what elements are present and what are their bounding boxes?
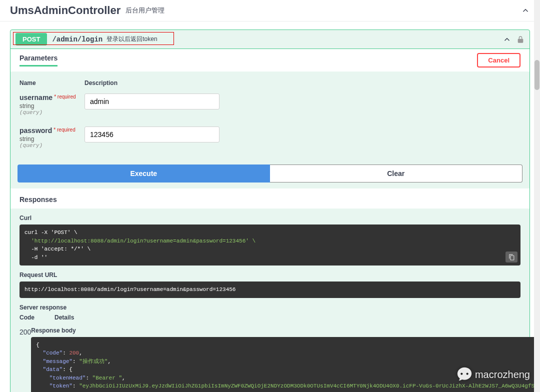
param-in: (query) [20, 142, 84, 148]
tag-description: 后台用户管理 [126, 6, 164, 15]
tag-name: UmsAdminController [10, 4, 120, 17]
tag-header[interactable]: UmsAdminController 后台用户管理 [0, 0, 540, 22]
col-name: Name [20, 80, 84, 86]
chevron-up-icon[interactable] [521, 6, 530, 15]
details-header: Details [54, 314, 74, 321]
required-marker: * required [54, 127, 75, 132]
copy-icon[interactable] [506, 252, 518, 262]
scroll-thumb[interactable] [534, 60, 540, 90]
username-input[interactable] [84, 94, 220, 110]
status-code: 200 [20, 327, 31, 392]
col-description: Description [84, 80, 520, 86]
param-name: username [20, 94, 52, 102]
required-marker: * required [54, 94, 76, 100]
code-header: Code [20, 314, 54, 321]
clear-button[interactable]: Clear [270, 164, 523, 182]
method-badge: POST [16, 33, 47, 46]
param-row: username* required string (query) [20, 94, 520, 116]
param-row: password* required string (query) [20, 126, 520, 148]
parameters-title: Parameters [20, 54, 58, 66]
scrollbar[interactable] [534, 0, 540, 392]
request-url-label: Request URL [20, 272, 520, 278]
curl-block: curl -X 'POST' \ 'http://localhost:8088/… [20, 224, 520, 266]
response-body-block: { "code": 200, "message": "操作成功", "data"… [31, 337, 540, 392]
operation-summary[interactable]: POST /admin/login 登录以后返回token [10, 30, 530, 48]
execute-button[interactable]: Execute [18, 164, 270, 182]
operation-path: /admin/login [52, 36, 102, 44]
param-type: string [20, 136, 84, 142]
cancel-button[interactable]: Cancel [477, 53, 520, 68]
param-in: (query) [20, 110, 84, 116]
param-type: string [20, 102, 84, 110]
parameters-header: Parameters Cancel [10, 49, 530, 72]
param-table-header: Name Description [20, 80, 520, 86]
param-name: password [20, 126, 52, 134]
curl-label: Curl [20, 214, 520, 222]
chevron-up-icon[interactable] [502, 35, 512, 44]
operation-block: POST /admin/login 登录以后返回token Parameters… [10, 30, 530, 392]
server-response-label: Server response [20, 304, 520, 311]
request-url-block: http://localhost:8088/admin/login?userna… [20, 282, 520, 298]
lock-icon[interactable] [516, 36, 524, 44]
operation-summary-text: 登录以后返回token [106, 35, 157, 44]
response-body-label: Response body [31, 327, 540, 334]
responses-title: Responses [10, 188, 530, 208]
password-input[interactable] [84, 126, 220, 142]
watermark: macrozheng [456, 366, 530, 383]
